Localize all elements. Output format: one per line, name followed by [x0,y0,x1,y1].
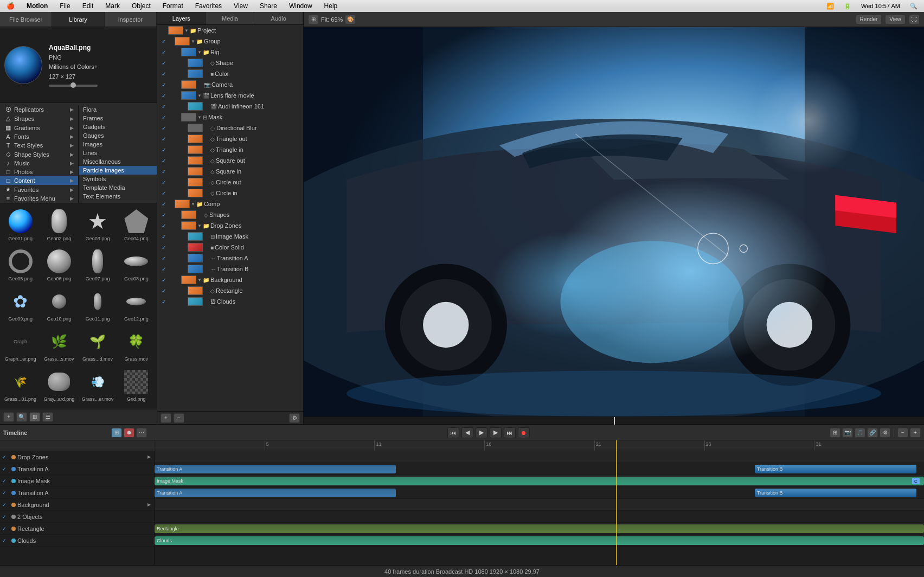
layer-row-comp[interactable]: ✓ ▼ 📁 Comp [157,198,303,209]
layers-scroll[interactable]: ▼ 📁 Project ✓ ▼ 📁 Group ✓ ▼ 📁 Rig ✓ ◇ Sh… [157,25,303,411]
asset-geo08-png[interactable]: Geo08.png [118,246,155,284]
asset-geo12-png[interactable]: Geo12.png [118,286,155,324]
layers-delete-button[interactable]: − [174,413,184,423]
sublib-item-text-elements[interactable]: Text Elements [79,192,157,201]
layers-options-button[interactable]: ⚙ [289,413,300,423]
layer-row-rectangle[interactable]: ✓ ◇ Rectangle [157,285,303,296]
tab-layers[interactable]: Layers [157,12,206,24]
layer-row-background[interactable]: ✓ ▼ 📁 Background [157,274,303,285]
menu-window[interactable]: Window [287,2,315,10]
asset-geo09-png[interactable]: ✿Geo09.png [2,286,39,324]
add-button[interactable]: + [3,412,14,422]
asset-geo11-png[interactable]: Geo11.png [80,286,116,324]
play-btn[interactable]: ▶ [476,427,487,438]
view-button[interactable]: View [885,15,906,24]
sublib-item-flora[interactable]: Flora [79,105,157,114]
fullscreen-button[interactable]: ⛶ [909,15,920,24]
asset-geo05-png[interactable]: Geo05.png [2,246,39,284]
prev-frame-btn[interactable]: ◀ [461,427,473,438]
asset-grid-png[interactable]: Grid.png [118,366,155,404]
tl-row-image-mask-2[interactable]: ✓ Image Mask [0,475,154,487]
layer-row-lens-flare-movie[interactable]: ✓ ▼ 🎬 Lens flare movie [157,90,303,101]
asset-grass---er-mov[interactable]: 💨Grass...er.mov [80,366,116,404]
next-frame-btn[interactable]: ▶ [490,427,502,438]
search-button[interactable]: 🔍 [16,412,27,422]
tab-file-browser[interactable]: File Browser [0,12,52,27]
layer-row-circle-out[interactable]: ✓ ◇ Circle out [157,177,303,188]
lib-item-photos[interactable]: □Photos▶ [0,168,78,176]
timeline-record-btn[interactable]: ⏺ [124,428,134,438]
sublib-item-frames[interactable]: Frames [79,114,157,123]
asset-geo01-png[interactable]: Geo01.png [2,206,39,243]
asset-grass---s-mov[interactable]: 🌿Grass...s.mov [41,326,77,364]
tl-row-2-objects-5[interactable]: ✓ 2 Objects [0,511,154,523]
sublib-item-miscellaneous[interactable]: Miscellaneous [79,157,157,166]
fit-button[interactable]: ⊞ [308,15,319,24]
tl-row-rectangle-6[interactable]: ✓ Rectangle [0,523,154,535]
asset-geo04-png[interactable]: Geo04.png [118,206,155,243]
timeline-settings-btn[interactable]: ⚙ [880,428,890,438]
tab-inspector[interactable]: Inspector [105,12,157,27]
asset-graph---er-png[interactable]: GraphGraph...er.png [2,326,39,364]
asset-geo06-png[interactable]: Geo06.png [41,246,77,284]
menu-view[interactable]: View [232,2,250,10]
layer-row-transition-a[interactable]: ✓ ↔ Transition A [157,253,303,264]
sublib-item-template-media[interactable]: Template Media [79,183,157,192]
zoom-in-btn[interactable]: + [910,428,921,438]
menu-mark[interactable]: Mark [103,2,122,10]
asset-grass---01-png[interactable]: 🌾Grass...01.png [2,366,39,404]
layer-row-shapes[interactable]: ✓ ◇ Shapes [157,209,303,220]
sublib-item-gauges[interactable]: Gauges [79,131,157,140]
layer-row-clouds[interactable]: ✓ 🖼 Clouds [157,296,303,307]
menu-favorites[interactable]: Favorites [193,2,224,10]
scrubber-bar[interactable] [304,416,924,424]
goto-end-btn[interactable]: ⏭ [504,427,516,438]
layer-row-group[interactable]: ✓ ▼ 📁 Group [157,36,303,47]
layer-row-audi-infineon-161[interactable]: ✓ 🎬 Audi infineon 161 [157,101,303,112]
tab-media[interactable]: Media [206,12,255,24]
sublib-item-gadgets[interactable]: Gadgets [79,123,157,131]
tl-row-transition-a-3[interactable]: ✓ Transition A [0,487,154,499]
timeline-camera-btn[interactable]: 📷 [842,428,853,438]
layer-row-camera[interactable]: ✓ 📷 Camera [157,79,303,90]
timeline-options-btn[interactable]: ⋯ [136,428,147,438]
layer-row-project[interactable]: ▼ 📁 Project [157,25,303,36]
asset-geo02-png[interactable]: Geo02.png [41,206,77,243]
layer-row-square-out[interactable]: ✓ ◇ Square out [157,155,303,166]
tl-row-transition-a-1[interactable]: ✓ Transition A [0,463,154,475]
color-mode-button[interactable]: 🎨 [345,15,356,24]
lib-item-music[interactable]: ♪Music▶ [0,159,78,168]
search-icon[interactable]: 🔍 [908,2,920,10]
lib-item-shape-styles[interactable]: ◇Shape Styles▶ [0,150,78,159]
sublib-item-images[interactable]: Images [79,140,157,149]
asset-gray---ard-png[interactable]: Gray...ard.png [41,366,77,404]
grid-view-button[interactable]: ⊞ [29,412,40,422]
lib-item-favorites-menu[interactable]: ≡Favorites Menu▶ [0,194,78,203]
timeline-tracks[interactable]: 5111621263136 Transition ATransition BCI… [155,440,924,565]
timeline-snap-btn[interactable]: 🔗 [867,428,878,438]
goto-start-btn[interactable]: ⏮ [447,427,459,438]
layer-row-square-in[interactable]: ✓ ◇ Square in [157,166,303,177]
menu-file[interactable]: File [57,2,72,10]
zoom-out-btn[interactable]: − [897,428,908,438]
layer-row-mask[interactable]: ✓ ▼ ⊟ Mask [157,112,303,123]
timeline-grid-btn[interactable]: ⊞ [111,428,122,438]
layer-row-drop-zones[interactable]: ✓ ▼ 📁 Drop Zones [157,220,303,231]
menu-help[interactable]: Help [322,2,340,10]
layer-row-triangle-out[interactable]: ✓ ◇ Triangle out [157,133,303,144]
lib-item-gradients[interactable]: ▦Gradients▶ [0,123,78,132]
layer-row-rig[interactable]: ✓ ▼ 📁 Rig [157,47,303,57]
layers-add-button[interactable]: + [161,413,171,423]
menu-edit[interactable]: Edit [80,2,96,10]
lib-item-text-styles[interactable]: TText Styles▶ [0,141,78,150]
sublib-item-lines[interactable]: Lines [79,149,157,157]
menu-object[interactable]: Object [130,2,153,10]
layer-row-color[interactable]: ✓ ■ Color [157,68,303,79]
asset-grass-mov[interactable]: 🍀Grass.mov [118,326,155,364]
asset-grass---d-mov[interactable]: 🌱Grass...d.mov [80,326,116,364]
apple-menu[interactable]: 🍎 [4,2,17,10]
timeline-view-btn1[interactable]: ⊞ [830,428,840,438]
asset-geo03-png[interactable]: ★Geo03.png [80,206,116,243]
lib-item-fonts[interactable]: AFonts▶ [0,132,78,141]
lib-item-favorites[interactable]: ★Favorites▶ [0,185,78,194]
